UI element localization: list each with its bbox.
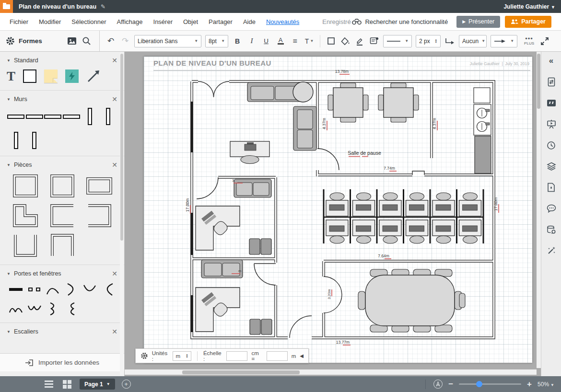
presentation-button[interactable] bbox=[546, 119, 557, 129]
collapse-panel-button[interactable]: « bbox=[546, 56, 557, 66]
shape-wall-h[interactable] bbox=[63, 115, 80, 119]
conference-table[interactable] bbox=[365, 275, 455, 326]
scale-cm-input[interactable] bbox=[226, 351, 247, 361]
shape-door-up[interactable] bbox=[45, 282, 60, 297]
close-section-icon[interactable]: ✕ bbox=[112, 57, 117, 64]
line-start-select[interactable]: Aucun▼ bbox=[459, 35, 487, 47]
shape-double-door-up[interactable] bbox=[8, 301, 23, 316]
breakroom-door[interactable] bbox=[317, 149, 339, 170]
document-settings-button[interactable] bbox=[546, 77, 557, 87]
reception-desk[interactable] bbox=[230, 141, 269, 164]
cubicle[interactable] bbox=[406, 193, 428, 243]
scrollbar-thumb[interactable] bbox=[120, 54, 123, 241]
break-room[interactable]: Salle de pause bbox=[328, 83, 419, 157]
home-folder-button[interactable] bbox=[0, 0, 13, 13]
collapse-triangle-icon[interactable]: ▼ bbox=[7, 97, 11, 102]
shape-rectangle[interactable] bbox=[23, 69, 36, 83]
l-desk[interactable] bbox=[196, 288, 240, 332]
menu-fichier[interactable]: Fichier bbox=[10, 18, 28, 25]
shape-room-square[interactable] bbox=[12, 173, 39, 198]
shape-room-rect[interactable] bbox=[85, 173, 113, 198]
feature-search[interactable]: Rechercher une fonctionnalité bbox=[352, 18, 448, 25]
cubicle[interactable] bbox=[432, 193, 455, 243]
office1-door[interactable] bbox=[197, 177, 218, 199]
sofa-vertical[interactable] bbox=[293, 106, 316, 150]
shape-wall-v[interactable] bbox=[88, 108, 92, 125]
conference-double-door[interactable] bbox=[324, 277, 342, 313]
text-options-button[interactable]: T▼ bbox=[304, 35, 315, 48]
shape-door-down[interactable] bbox=[82, 282, 97, 297]
stepper-arrows-icon[interactable]: ▲▼ bbox=[434, 39, 437, 44]
office2-door[interactable] bbox=[254, 264, 276, 285]
menu-objet[interactable]: Objet bbox=[183, 18, 198, 25]
reception-area[interactable] bbox=[230, 82, 316, 164]
shape-wall-v[interactable] bbox=[106, 108, 110, 125]
sofa[interactable] bbox=[201, 260, 243, 278]
cabinet[interactable] bbox=[474, 88, 490, 103]
office-1[interactable] bbox=[196, 179, 271, 254]
guest-chair[interactable] bbox=[261, 319, 272, 334]
shape-window[interactable] bbox=[27, 282, 42, 297]
italic-button[interactable]: I bbox=[246, 35, 257, 48]
shape-dynamic[interactable] bbox=[65, 69, 79, 83]
guest-chair[interactable] bbox=[250, 319, 260, 334]
font-size-select[interactable]: 8pt▼ bbox=[205, 35, 228, 47]
canvas-horizontal-scrollbar[interactable] bbox=[125, 369, 537, 375]
collapse-triangle-icon[interactable]: ▼ bbox=[7, 163, 11, 167]
collapse-triangle-icon[interactable]: ▼ bbox=[7, 58, 11, 63]
menu-nouveautes[interactable]: Nouveautés bbox=[266, 18, 299, 25]
zoom-in-button[interactable]: + bbox=[527, 380, 532, 389]
office-2[interactable] bbox=[196, 260, 272, 334]
layers-button[interactable] bbox=[546, 161, 557, 172]
cubicle[interactable] bbox=[326, 193, 348, 243]
notes-button[interactable] bbox=[546, 98, 557, 108]
sidebar-scrollbar[interactable] bbox=[120, 53, 124, 375]
fill-color-button[interactable] bbox=[339, 35, 351, 48]
shape-room-C-reverse[interactable] bbox=[85, 203, 113, 228]
floor-plan[interactable]: Salle de pause bbox=[144, 57, 532, 363]
menu-modifier[interactable]: Modifier bbox=[39, 18, 61, 25]
collapse-units-bar[interactable]: ◀ bbox=[300, 353, 304, 358]
menu-aide[interactable]: Aide bbox=[243, 18, 256, 25]
page[interactable]: PLAN DE NIVEAU D'UN BUREAU Juliette Gaut… bbox=[144, 57, 532, 363]
user-menu[interactable]: Juliette Gauthier▼ bbox=[503, 3, 555, 10]
window-segment[interactable] bbox=[191, 213, 193, 255]
menu-affichage[interactable]: Affichage bbox=[117, 18, 143, 25]
collapse-triangle-icon[interactable]: ▼ bbox=[7, 330, 11, 334]
shape-room-L[interactable] bbox=[12, 203, 39, 228]
settings-gear-icon[interactable] bbox=[140, 352, 148, 360]
line-style-select[interactable]: ▼ bbox=[383, 35, 412, 47]
stroke-width-stepper[interactable]: 2 px▲▼ bbox=[416, 35, 441, 47]
document-title[interactable]: Plan de niveau d'un bureau bbox=[19, 3, 96, 10]
menu-partager[interactable]: Partager bbox=[209, 18, 233, 25]
conditional-format-button[interactable] bbox=[368, 35, 380, 48]
shape-door-right[interactable] bbox=[64, 282, 79, 297]
underline-button[interactable]: U bbox=[260, 35, 272, 48]
connector-type-button[interactable] bbox=[444, 35, 456, 48]
shape-style-button[interactable] bbox=[325, 35, 337, 48]
shape-wall-h[interactable] bbox=[7, 115, 24, 119]
shape-search-button[interactable] bbox=[81, 35, 92, 48]
shape-door-left[interactable] bbox=[101, 282, 116, 297]
share-button[interactable]: Partager bbox=[505, 16, 551, 28]
window-segment[interactable] bbox=[191, 102, 193, 152]
shape-room-C[interactable] bbox=[48, 203, 76, 228]
entrance-door-right[interactable] bbox=[214, 81, 230, 97]
round-table[interactable] bbox=[293, 82, 313, 102]
room-label-group[interactable]: Salle de pause bbox=[348, 150, 381, 157]
scale-m-input[interactable] bbox=[267, 351, 288, 361]
shape-arrow[interactable] bbox=[86, 69, 101, 83]
shape-bifold-left[interactable] bbox=[64, 301, 79, 316]
shape-room-square2[interactable] bbox=[48, 173, 76, 198]
close-section-icon[interactable]: ✕ bbox=[112, 270, 117, 277]
magic-wand-button[interactable] bbox=[546, 245, 557, 256]
shape-double-door-down[interactable] bbox=[27, 301, 42, 316]
break-table[interactable] bbox=[378, 83, 419, 122]
shape-wall-v[interactable] bbox=[14, 132, 18, 149]
page-list-button[interactable] bbox=[43, 379, 55, 390]
bold-button[interactable]: B bbox=[232, 35, 243, 48]
font-family-select[interactable]: Liberation Sans▼ bbox=[134, 35, 201, 47]
cubicle[interactable] bbox=[379, 193, 401, 243]
shape-wall-opening[interactable] bbox=[8, 282, 23, 297]
close-section-icon[interactable]: ✕ bbox=[112, 161, 117, 169]
